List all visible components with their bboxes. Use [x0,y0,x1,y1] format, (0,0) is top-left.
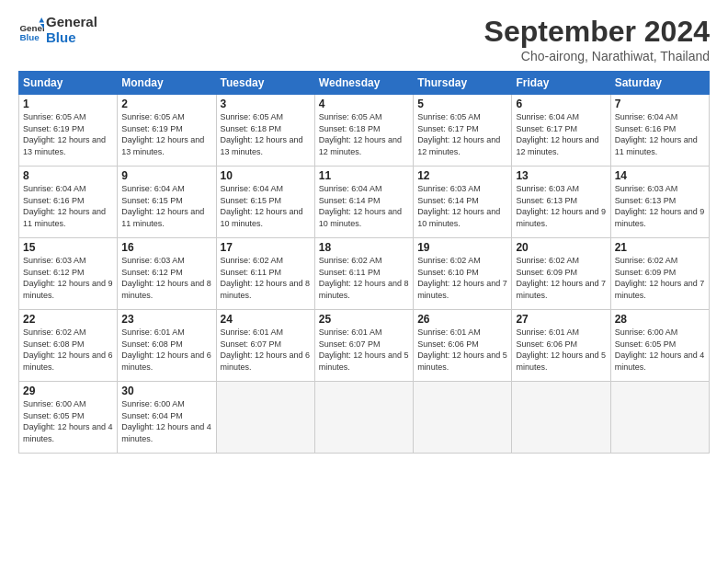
day-cell [512,382,610,454]
logo-line2: Blue [46,30,97,46]
day-cell [610,382,709,454]
col-tuesday: Tuesday [216,72,314,95]
day-detail: Sunrise: 6:01 AMSunset: 6:07 PMDaylight:… [319,327,409,373]
day-number: 8 [23,169,113,182]
day-detail: Sunrise: 6:02 AMSunset: 6:08 PMDaylight:… [23,327,113,373]
week-row-5: 29 Sunrise: 6:00 AMSunset: 6:05 PMDaylig… [19,382,710,454]
day-detail: Sunrise: 6:04 AMSunset: 6:14 PMDaylight:… [319,183,409,229]
day-detail: Sunrise: 6:03 AMSunset: 6:12 PMDaylight:… [121,255,211,301]
svg-text:Blue: Blue [19,32,40,42]
day-number: 30 [121,385,211,397]
day-cell: 14 Sunrise: 6:03 AMSunset: 6:13 PMDaylig… [610,167,709,238]
location: Cho-airong, Narathiwat, Thailand [484,49,710,63]
day-number: 24 [221,313,311,326]
svg-marker-2 [39,17,44,23]
week-row-4: 22 Sunrise: 6:02 AMSunset: 6:08 PMDaylig… [19,310,710,382]
day-number: 4 [319,98,409,110]
day-detail: Sunrise: 6:02 AMSunset: 6:11 PMDaylight:… [319,255,409,301]
day-detail: Sunrise: 6:04 AMSunset: 6:16 PMDaylight:… [23,183,113,229]
day-number: 9 [121,169,211,182]
header: General Blue General Blue September 2024… [18,15,710,63]
day-number: 11 [319,169,409,182]
day-number: 12 [417,169,507,182]
day-number: 7 [615,98,705,110]
day-number: 13 [516,169,606,182]
day-number: 26 [417,313,507,326]
day-cell: 25 Sunrise: 6:01 AMSunset: 6:07 PMDaylig… [314,310,413,382]
day-number: 18 [319,241,409,254]
day-cell: 8 Sunrise: 6:04 AMSunset: 6:16 PMDayligh… [19,167,118,238]
day-detail: Sunrise: 6:01 AMSunset: 6:07 PMDaylight:… [221,327,311,373]
calendar-table: Sunday Monday Tuesday Wednesday Thursday… [18,71,710,454]
day-cell: 7 Sunrise: 6:04 AMSunset: 6:16 PMDayligh… [610,95,709,167]
day-number: 27 [516,313,606,326]
week-row-1: 1 Sunrise: 6:05 AMSunset: 6:19 PMDayligh… [19,95,710,167]
page: General Blue General Blue September 2024… [0,0,728,563]
day-detail: Sunrise: 6:00 AMSunset: 6:04 PMDaylight:… [121,398,211,444]
day-cell: 15 Sunrise: 6:03 AMSunset: 6:12 PMDaylig… [19,238,118,310]
day-number: 17 [221,241,311,254]
title-block: September 2024 Cho-airong, Narathiwat, T… [484,15,710,63]
day-cell: 9 Sunrise: 6:04 AMSunset: 6:15 PMDayligh… [118,167,216,238]
day-cell: 19 Sunrise: 6:02 AMSunset: 6:10 PMDaylig… [414,238,512,310]
day-detail: Sunrise: 6:03 AMSunset: 6:13 PMDaylight:… [516,183,606,229]
day-cell: 12 Sunrise: 6:03 AMSunset: 6:14 PMDaylig… [414,167,512,238]
col-wednesday: Wednesday [314,72,413,95]
day-cell: 27 Sunrise: 6:01 AMSunset: 6:06 PMDaylig… [512,310,610,382]
day-cell: 11 Sunrise: 6:04 AMSunset: 6:14 PMDaylig… [314,167,413,238]
day-number: 21 [615,241,705,254]
month-title: September 2024 [484,15,710,49]
day-number: 22 [23,313,113,326]
logo: General Blue General Blue [18,15,97,45]
day-detail: Sunrise: 6:02 AMSunset: 6:10 PMDaylight:… [417,255,507,301]
day-number: 20 [516,241,606,254]
day-detail: Sunrise: 6:04 AMSunset: 6:15 PMDaylight:… [221,183,311,229]
day-detail: Sunrise: 6:04 AMSunset: 6:16 PMDaylight:… [615,111,705,157]
day-number: 6 [516,98,606,110]
logo-line1: General [46,15,97,30]
day-cell: 5 Sunrise: 6:05 AMSunset: 6:17 PMDayligh… [414,95,512,167]
day-detail: Sunrise: 6:03 AMSunset: 6:14 PMDaylight:… [417,183,507,229]
day-number: 16 [121,241,211,254]
col-friday: Friday [512,72,610,95]
day-cell: 26 Sunrise: 6:01 AMSunset: 6:06 PMDaylig… [414,310,512,382]
day-cell: 22 Sunrise: 6:02 AMSunset: 6:08 PMDaylig… [19,310,118,382]
week-row-3: 15 Sunrise: 6:03 AMSunset: 6:12 PMDaylig… [19,238,710,310]
day-cell: 10 Sunrise: 6:04 AMSunset: 6:15 PMDaylig… [216,167,314,238]
day-cell [414,382,512,454]
day-detail: Sunrise: 6:05 AMSunset: 6:18 PMDaylight:… [221,111,311,157]
day-detail: Sunrise: 6:01 AMSunset: 6:06 PMDaylight:… [417,327,507,373]
day-cell: 17 Sunrise: 6:02 AMSunset: 6:11 PMDaylig… [216,238,314,310]
day-detail: Sunrise: 6:01 AMSunset: 6:06 PMDaylight:… [516,327,606,373]
col-monday: Monday [118,72,216,95]
header-row: Sunday Monday Tuesday Wednesday Thursday… [19,72,710,95]
day-cell: 21 Sunrise: 6:02 AMSunset: 6:09 PMDaylig… [610,238,709,310]
day-number: 28 [615,313,705,326]
day-number: 25 [319,313,409,326]
day-detail: Sunrise: 6:00 AMSunset: 6:05 PMDaylight:… [23,398,113,444]
day-number: 2 [121,98,211,110]
day-detail: Sunrise: 6:05 AMSunset: 6:18 PMDaylight:… [319,111,409,157]
day-number: 14 [615,169,705,182]
col-sunday: Sunday [19,72,118,95]
day-detail: Sunrise: 6:03 AMSunset: 6:12 PMDaylight:… [23,255,113,301]
day-detail: Sunrise: 6:00 AMSunset: 6:05 PMDaylight:… [615,327,705,373]
day-cell: 29 Sunrise: 6:00 AMSunset: 6:05 PMDaylig… [19,382,118,454]
day-number: 5 [417,98,507,110]
day-detail: Sunrise: 6:01 AMSunset: 6:08 PMDaylight:… [121,327,211,373]
day-cell: 24 Sunrise: 6:01 AMSunset: 6:07 PMDaylig… [216,310,314,382]
day-detail: Sunrise: 6:04 AMSunset: 6:15 PMDaylight:… [121,183,211,229]
day-number: 29 [23,385,113,397]
day-cell: 18 Sunrise: 6:02 AMSunset: 6:11 PMDaylig… [314,238,413,310]
day-detail: Sunrise: 6:02 AMSunset: 6:11 PMDaylight:… [221,255,311,301]
day-number: 19 [417,241,507,254]
day-detail: Sunrise: 6:02 AMSunset: 6:09 PMDaylight:… [615,255,705,301]
day-number: 3 [221,98,311,110]
day-detail: Sunrise: 6:05 AMSunset: 6:19 PMDaylight:… [23,111,113,157]
day-cell: 13 Sunrise: 6:03 AMSunset: 6:13 PMDaylig… [512,167,610,238]
week-row-2: 8 Sunrise: 6:04 AMSunset: 6:16 PMDayligh… [19,167,710,238]
col-thursday: Thursday [414,72,512,95]
day-cell: 28 Sunrise: 6:00 AMSunset: 6:05 PMDaylig… [610,310,709,382]
day-cell: 16 Sunrise: 6:03 AMSunset: 6:12 PMDaylig… [118,238,216,310]
day-number: 1 [23,98,113,110]
